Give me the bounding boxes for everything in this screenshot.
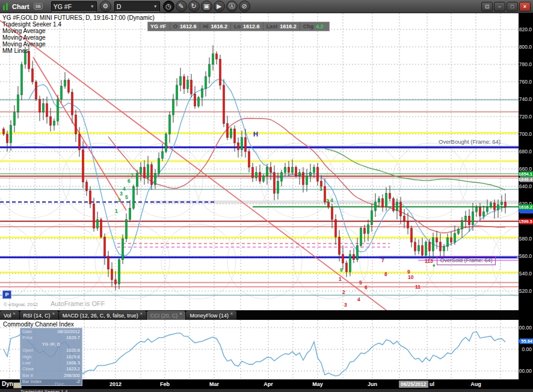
quote-field-hi: Hi1616.2 xyxy=(200,22,231,31)
tooltip-label: Close xyxy=(22,366,34,372)
quote-board-icon[interactable]: ▣ xyxy=(201,1,212,12)
time-axis-label-mar: Mar xyxy=(196,381,232,387)
time-axis-label-jul-partial: ul xyxy=(430,381,434,387)
pivot-number: ♦ xyxy=(433,262,436,268)
cci-panel-title: Commodity Channel Index xyxy=(3,321,74,328)
time-axis-label-aug: Aug xyxy=(458,381,494,387)
play-icon[interactable]: ▶ xyxy=(214,1,225,12)
tooltip-label: Bar # xyxy=(22,373,33,379)
tooltip-value: 1623.2 xyxy=(66,366,80,372)
price-axis-tick: 1760.0 xyxy=(508,79,532,85)
maximize-window-button[interactable]: □ xyxy=(507,2,518,11)
symbol-lookup-gear-icon[interactable]: ⚙ xyxy=(100,1,111,12)
pivot-number: 3 xyxy=(344,302,347,308)
chevron-down-icon: ▼ xyxy=(153,4,158,8)
pivot-number: 11 xyxy=(415,284,421,290)
minimize-window-button[interactable]: − xyxy=(494,2,505,11)
study-label-ma1: Moving Average xyxy=(2,28,155,34)
tooltip-label: Low xyxy=(22,360,31,366)
pivot-number: 2 xyxy=(326,198,329,204)
tooltip-row: YG #F, D xyxy=(22,341,80,348)
price-axis-tick: 1780.0 xyxy=(508,61,532,67)
close-window-button[interactable]: × xyxy=(519,2,531,11)
cci-axis-tick: 0.00 xyxy=(508,346,532,352)
pivot-number: 113 xyxy=(425,258,433,264)
pivot-number: 2 xyxy=(342,289,345,295)
tab-close-icon[interactable]: × xyxy=(13,311,16,316)
tooltip-row: Low1606.3 xyxy=(22,360,80,366)
price-axis-tick: 1540.0 xyxy=(508,271,532,277)
tooltip-row: Bar #298/300 xyxy=(22,373,80,379)
draw-pencil-icon[interactable]: ✎ xyxy=(176,1,187,12)
auto-icon[interactable]: Ⓐ xyxy=(226,1,238,12)
tooltip-label: YG #F, D xyxy=(42,341,60,348)
study-tab-bar: Vol×RSI (14, C)×MACD (12, 26, C, 9, fals… xyxy=(0,310,519,320)
time-axis-highlight-date: 06/25/2012 xyxy=(399,381,428,388)
price-axis-tick: 1800.0 xyxy=(508,44,532,50)
ma-slow-line xyxy=(325,149,505,189)
pivot-number: 2 xyxy=(118,197,121,203)
time-axis-label-2012: 2012 xyxy=(97,381,134,387)
quote-field-label: Last xyxy=(266,23,278,29)
cursor-data-tooltip: Date08/10/2012Price1629.7YG #F, DOpen162… xyxy=(20,328,82,386)
price-axis-tick: 1640.0 xyxy=(508,183,532,189)
study-label-ma3: Moving Average xyxy=(2,41,155,47)
tooltip-label: Bar Index xyxy=(22,379,42,385)
time-axis-label-jun: Jun xyxy=(354,381,390,387)
tooltip-row: Bar Index-2 xyxy=(22,379,80,385)
quote-field-label: Chg xyxy=(303,23,314,29)
refresh-icon[interactable]: ↻ xyxy=(188,1,200,12)
candlestick-logo-icon xyxy=(3,3,8,10)
tooltip-value: 298/300 xyxy=(64,373,80,379)
quote-field-last: Last1616.2 xyxy=(263,22,300,31)
window-title: Chart xyxy=(12,3,29,10)
tab-close-icon[interactable]: × xyxy=(140,311,143,316)
interval-input[interactable]: D ▼ xyxy=(114,1,160,12)
chevron-down-icon: ▼ xyxy=(90,4,94,8)
tooltip-value: 08/10/2012 xyxy=(57,329,80,335)
tab-label: MACD (12, 26, C, 9, false, true) xyxy=(63,313,138,319)
price-axis-tick: 1680.0 xyxy=(508,149,532,155)
pivot-number: 1 xyxy=(339,276,342,282)
price-axis-tick: 1660.0 xyxy=(508,166,532,172)
price-axis-tick: 1520.0 xyxy=(508,288,532,294)
overbought-label: OverBought (Frame: 64) xyxy=(421,138,501,145)
pivot-number: 5 xyxy=(125,194,128,200)
status-strip: Tradesight Seeker 1.4 xyxy=(0,389,533,392)
tooltip-value: -2 xyxy=(76,379,80,385)
chart-header: YG #F,GOLD MINI FUTURES, D, 19:16-17:00 … xyxy=(2,14,155,54)
study-label-ma2: Moving Average xyxy=(2,34,155,41)
cci-axis-tick: -200.00 xyxy=(508,368,532,374)
tab-label: MoneyFlow (14) xyxy=(189,313,229,319)
pivot-number: 4 xyxy=(357,296,360,302)
tab-rsi[interactable]: RSI (14, C)× xyxy=(20,311,58,320)
title-badge: SB xyxy=(34,3,43,10)
tab-vol[interactable]: Vol× xyxy=(0,311,19,320)
symbol-input[interactable]: YG #F ▼ xyxy=(51,1,97,12)
tab-cci[interactable]: CCI (20, C)× xyxy=(147,311,186,320)
status-bar-text: Tradesight Seeker 1.4 xyxy=(20,389,67,392)
tab-close-icon[interactable]: × xyxy=(179,311,182,316)
quote-field-value: 1612.6 xyxy=(243,23,260,29)
quote-bar[interactable]: YG #F O1612.6Hi1616.2Lo1612.6Last1616.2C… xyxy=(147,22,330,31)
pivot-number: 7 xyxy=(381,257,384,263)
tab-close-icon[interactable]: × xyxy=(230,311,233,316)
tab-moneyflow[interactable]: MoneyFlow (14)× xyxy=(186,311,236,320)
study-label-mmlines: MM Lines xyxy=(2,47,155,54)
pivot-number: 1 xyxy=(319,186,322,192)
tab-macd[interactable]: MACD (12, 26, C, 9, false, true)× xyxy=(59,311,146,320)
time-interval-clock-icon[interactable]: ◷ xyxy=(163,1,174,12)
price-badge: 1654.1 xyxy=(518,171,533,177)
tooltip-label: Price xyxy=(22,335,32,341)
price-chart-canvas[interactable]: 123456789101111391234567124♦ YG #F,GOLD … xyxy=(0,13,519,310)
tab-close-icon[interactable]: × xyxy=(52,311,55,316)
eraser-icon[interactable]: ⊘ xyxy=(239,1,250,12)
quote-field-value: 1616.2 xyxy=(211,23,228,29)
restore-window-button[interactable]: ⊡ xyxy=(481,2,493,11)
quote-field-label: Hi xyxy=(203,23,209,29)
pivot-number: 1 xyxy=(115,208,118,214)
quote-field-chg: Chg4.2 xyxy=(300,22,327,31)
tooltip-value: 1629.7 xyxy=(66,335,80,341)
pivot-number: 6 xyxy=(128,178,131,184)
tooltip-label: Date xyxy=(22,329,32,335)
